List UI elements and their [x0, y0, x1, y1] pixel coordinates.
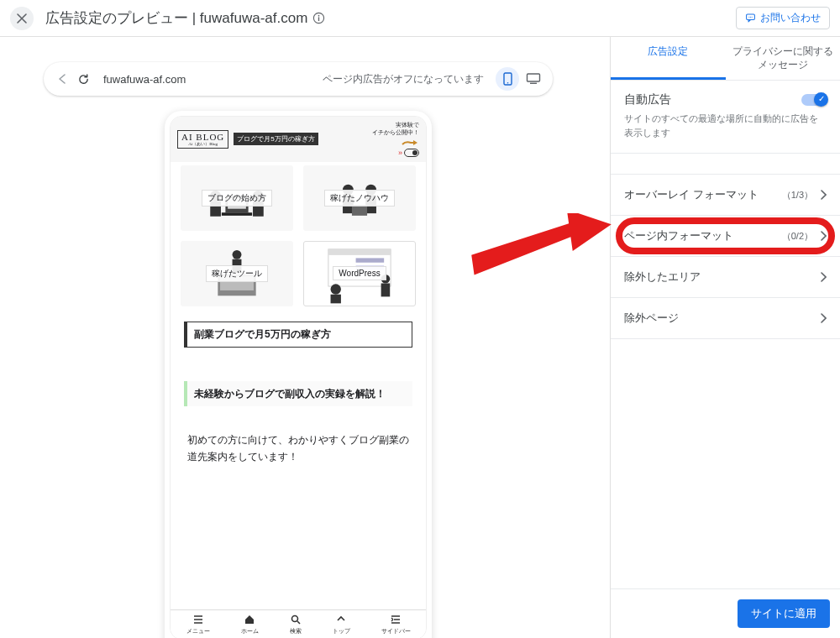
tab-privacy[interactable]: プライバシーに関するメッセージ — [726, 37, 841, 80]
blog-tagline: ブログで月5万円の稼ぎ方 — [234, 133, 318, 145]
info-icon[interactable] — [312, 12, 325, 24]
svg-rect-9 — [528, 74, 540, 81]
menu-icon — [192, 614, 204, 625]
settings-panel: 広告設定 プライバシーに関するメッセージ 自動広告 ✓ サイトのすべての最適な場… — [610, 37, 840, 638]
svg-rect-2 — [318, 17, 319, 21]
auto-ads-desc: サイトのすべての最適な場所に自動的に広告を表示します — [624, 112, 827, 139]
blog-h1: 副業ブログで月5万円の稼ぎ方 — [184, 322, 412, 348]
top-icon — [335, 614, 347, 625]
preview-area: fuwafuwa-af.com ページ内広告がオフになっています AI BLOG… — [0, 37, 610, 638]
svg-rect-34 — [381, 283, 391, 296]
cat-1: ブログの始め方 — [202, 190, 272, 207]
svg-rect-29 — [356, 258, 385, 262]
page-title: 広告設定のプレビュー | fuwafuwa-af.com — [45, 8, 307, 28]
svg-rect-28 — [328, 249, 391, 255]
row-meta: （1/3） — [782, 189, 813, 201]
contact-label: お問い合わせ — [760, 11, 821, 25]
svg-rect-32 — [331, 295, 341, 304]
reload-icon[interactable] — [77, 73, 90, 86]
svg-point-1 — [318, 15, 320, 17]
row-label: ページ内フォーマット — [624, 228, 733, 243]
desktop-icon — [526, 73, 541, 85]
row-label: オーバーレイ フォーマット — [624, 187, 759, 202]
nav-search[interactable]: 検索 — [290, 627, 302, 635]
cat-4: WordPress — [333, 266, 386, 280]
desktop-toggle[interactable] — [526, 73, 541, 85]
settings-list: オーバーレイ フォーマット （1/3） ページ内フォーマット （0/2） 除外し… — [611, 174, 840, 339]
svg-point-35 — [291, 616, 297, 622]
mobile-toggle[interactable] — [496, 67, 519, 91]
blog-header: AI BLOG Ai（あい）Blog ブログで月5万円の稼ぎ方 実体験で イチか… — [171, 117, 426, 162]
blog-logo: AI BLOG Ai（あい）Blog — [177, 130, 228, 149]
url-bar: fuwafuwa-af.com ページ内広告がオフになっています — [44, 62, 553, 96]
close-icon — [17, 13, 27, 24]
apply-button[interactable]: サイトに適用 — [738, 599, 830, 628]
phone-preview: AI BLOG Ai（あい）Blog ブログで月5万円の稼ぎ方 実体験で イチか… — [165, 111, 432, 638]
svg-marker-36 — [470, 213, 613, 275]
svg-rect-22 — [352, 205, 367, 216]
svg-rect-10 — [530, 83, 537, 84]
blog-h2: 未経験からブログで副収入の実録を解説！ — [184, 381, 412, 406]
row-meta: （0/2） — [782, 230, 813, 243]
row-label: 除外したエリア — [624, 269, 701, 285]
chevron-right-icon — [820, 231, 827, 241]
sidebar-icon — [390, 614, 402, 625]
nav-top[interactable]: トップ — [333, 627, 350, 635]
cat-2: 稼げたノウハウ — [324, 190, 395, 207]
blog-side1: 実体験で — [396, 122, 419, 128]
blog-logo-sub: Ai（あい）Blog — [181, 142, 224, 146]
svg-rect-13 — [222, 212, 252, 216]
annotation-arrow-icon — [470, 213, 613, 289]
nav-sidebar[interactable]: サイドバー — [381, 627, 411, 635]
svg-point-6 — [752, 17, 753, 18]
auto-ads-toggle[interactable]: ✓ — [801, 94, 827, 106]
nav-home[interactable]: ホーム — [241, 627, 259, 635]
cat-3: 稼げたツール — [206, 265, 268, 282]
chevron-right-icon — [820, 272, 827, 282]
hand-icon — [401, 138, 419, 148]
tab-ad-settings[interactable]: 広告設定 — [611, 37, 726, 80]
phone-icon — [503, 72, 512, 86]
blog-body-text: 初めての方に向けて、わかりやすくブログ副業の道先案内をしています！ — [187, 431, 409, 466]
domain-text: fuwafuwa-af.com — [103, 73, 323, 86]
svg-point-31 — [331, 284, 341, 294]
blog-logo-main: AI BLOG — [181, 133, 224, 142]
toggle-icon — [404, 149, 419, 157]
blog-side2: イチから公開中！ — [372, 129, 419, 136]
row-overlay-format[interactable]: オーバーレイ フォーマット （1/3） — [611, 174, 840, 216]
row-excluded-pages[interactable]: 除外ページ — [611, 298, 840, 339]
nav-menu[interactable]: メニュー — [186, 627, 210, 635]
auto-ads-section: 自動広告 ✓ サイトのすべての最適な場所に自動的に広告を表示します — [611, 81, 840, 154]
row-excluded-areas[interactable]: 除外したエリア — [611, 257, 840, 298]
row-label: 除外ページ — [624, 311, 679, 326]
close-button[interactable] — [10, 7, 34, 30]
svg-point-8 — [507, 82, 508, 84]
back-icon[interactable] — [55, 73, 69, 85]
chevron-right-icon — [820, 313, 827, 323]
status-text: ページ内広告がオフになっています — [323, 72, 484, 86]
svg-point-23 — [233, 250, 242, 259]
svg-point-4 — [748, 17, 749, 18]
chevron-right-icon — [820, 190, 827, 200]
svg-point-5 — [750, 17, 751, 18]
search-icon — [290, 614, 302, 625]
row-inpage-format[interactable]: ページ内フォーマット （0/2） — [611, 216, 840, 257]
speech-icon — [745, 13, 756, 24]
home-icon — [244, 614, 255, 625]
phone-nav: メニュー ホーム 検索 トップ サイドバー — [171, 609, 426, 638]
auto-ads-title: 自動広告 — [624, 92, 671, 107]
contact-button[interactable]: お問い合わせ — [736, 7, 830, 29]
